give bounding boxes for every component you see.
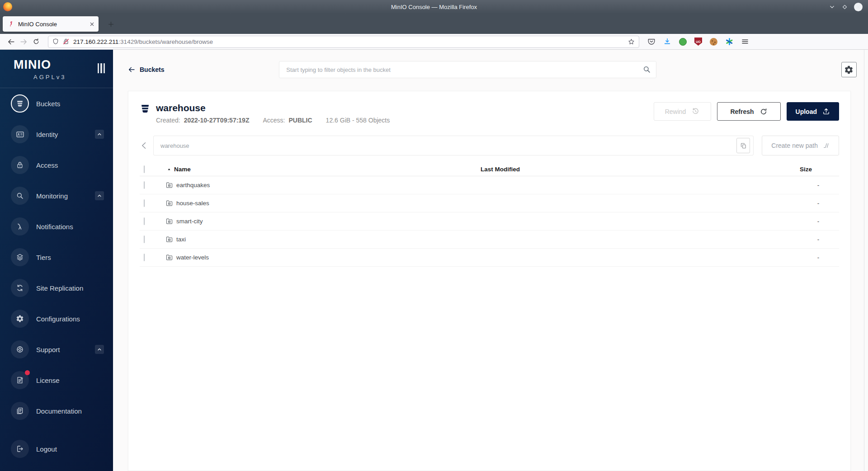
back-button[interactable] [5,36,17,47]
select-all-checkbox[interactable] [144,165,145,173]
copy-path-button[interactable] [736,138,750,153]
row-checkbox[interactable] [144,254,145,261]
sort-ascending-icon[interactable] [167,167,171,172]
chevron-up-icon[interactable] [95,345,104,354]
breadcrumb-label: Buckets [140,66,164,73]
chevron-up-icon[interactable] [95,191,104,200]
sidebar-item-support[interactable]: Support [0,334,113,365]
tab-close-icon[interactable] [89,21,95,27]
url-path: :31429/buckets/warehouse/browse [118,38,213,45]
reload-button[interactable] [30,36,42,47]
sidebar-nav: Buckets Identity Access Monitoring [0,88,113,464]
tab-minio-console[interactable]: MinIO Console [3,16,99,32]
object-name-cell[interactable]: house-sales [160,199,478,207]
table-row[interactable]: smart-city - [140,212,839,231]
column-header-size[interactable]: Size [797,166,839,173]
rewind-button[interactable]: Rewind [654,102,712,121]
table-row[interactable]: water-levels - [140,249,839,267]
ublock-extension-icon[interactable]: UO [694,38,702,46]
object-name-cell[interactable]: taxi [160,236,478,243]
created-value: 2022-10-27T09:57:19Z [184,117,250,124]
url-bar[interactable]: 217.160.222.211:31429/buckets/warehouse/… [48,36,639,48]
upload-button[interactable]: Upload [787,102,839,121]
sidebar-item-documentation[interactable]: Documentation [0,396,113,426]
current-path: warehouse [160,142,736,149]
size-cell: - [797,254,839,261]
sidebar-item-identity[interactable]: Identity [0,119,113,150]
bookmark-star-icon[interactable] [627,38,635,46]
sidebar-item-logout[interactable]: Logout [0,433,113,464]
sidebar-item-license[interactable]: License [0,365,113,396]
sync-arrows-icon [16,284,24,292]
sidebar-item-label: Documentation [36,407,82,415]
column-header-last-modified[interactable]: Last Modified [478,166,797,173]
breadcrumb-back-buckets[interactable]: Buckets [128,66,187,73]
lock-icon [16,161,24,169]
sidebar-item-monitoring[interactable]: Monitoring [0,180,113,211]
sidebar-item-label: Identity [36,131,58,138]
object-name-cell[interactable]: smart-city [160,217,478,225]
row-checkbox[interactable] [144,199,145,207]
collapse-sidebar-icon[interactable] [98,63,105,73]
path-back-button[interactable] [140,141,149,150]
refresh-button[interactable]: Refresh [717,102,780,121]
extension-privacy-icon[interactable] [679,38,687,46]
sidebar-item-tiers[interactable]: Tiers [0,242,113,273]
sidebar-item-configurations[interactable]: Configurations [0,303,113,334]
support-icon [16,345,24,353]
object-name-cell[interactable]: earthquakes [160,181,478,189]
license-icon [16,376,24,384]
cookie-extension-icon[interactable] [710,38,717,46]
table-row[interactable]: earthquakes - [140,176,839,194]
window-titlebar: MinIO Console — Mozilla Firefox [0,0,868,14]
row-checkbox[interactable] [144,217,145,225]
refresh-icon [760,108,768,116]
table-row[interactable]: taxi - [140,231,839,249]
search-icon [642,65,651,74]
minio-logo: MINIO [14,59,66,71]
gear-icon [16,315,24,323]
sidebar-item-buckets[interactable]: Buckets [0,88,113,119]
minio-favicon [7,20,14,28]
folder-icon [165,254,173,261]
page-header: Buckets [113,50,864,78]
create-new-path-label: Create new path [771,142,818,149]
firefox-window: MinIO Console — Mozilla Firefox MinIO Co… [0,0,868,471]
row-checkbox[interactable] [144,236,145,243]
new-tab-button[interactable] [104,17,118,31]
chevron-up-icon[interactable] [95,130,104,139]
forward-button[interactable] [17,36,30,47]
filter-objects-input[interactable] [279,61,656,78]
window-close-icon[interactable] [854,3,863,11]
sidebar-item-label: Tiers [36,254,51,261]
extension-asterisk-icon[interactable] [725,38,733,46]
downloads-icon[interactable] [663,38,671,46]
object-name-cell[interactable]: water-levels [160,254,478,261]
tracking-shield-icon[interactable] [52,38,59,45]
window-minimize-icon[interactable] [829,4,835,10]
layers-icon [16,253,24,261]
folder-icon [165,181,173,189]
upload-icon [822,108,830,115]
hamburger-menu-icon[interactable] [741,38,749,46]
pocket-icon[interactable] [647,38,656,46]
row-checkbox[interactable] [144,181,145,189]
minio-edition-label: AGPLv3 [33,74,66,80]
table-row[interactable]: house-sales - [140,194,839,212]
window-maximize-icon[interactable] [842,4,848,10]
bucket-title: warehouse [156,102,390,113]
page-scrollbar[interactable] [864,50,868,471]
rewind-icon [691,107,700,116]
sidebar-item-label: Logout [36,445,57,453]
column-header-name[interactable]: Name [174,166,191,173]
access-value: PUBLIC [288,117,312,124]
insecure-lock-icon[interactable] [62,38,70,45]
create-new-path-button[interactable]: Create new path [762,136,839,155]
folder-icon [165,199,173,207]
access-label: Access: [263,117,285,124]
sidebar-item-notifications[interactable]: Notifications [0,211,113,242]
settings-button[interactable] [841,62,857,77]
sidebar-item-access[interactable]: Access [0,150,113,180]
refresh-label: Refresh [730,108,754,115]
sidebar-item-site-replication[interactable]: Site Replication [0,273,113,303]
